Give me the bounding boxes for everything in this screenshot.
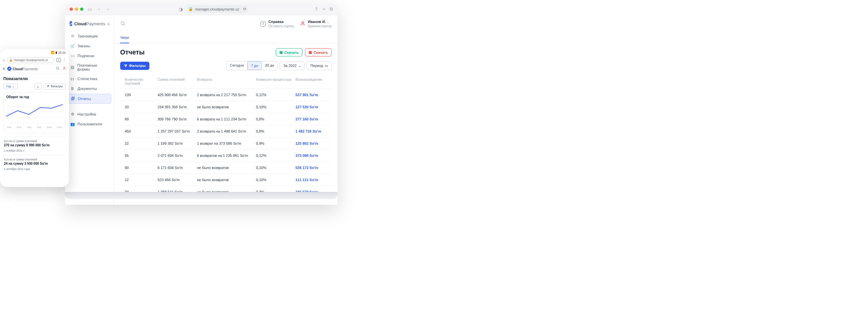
phone-filters-button[interactable]: ⧩Фильтры [44, 83, 66, 90]
phone-url-bar: ⌂ 🔒 manager.cloudpayments.uz 1 ⋮ [0, 56, 69, 64]
download-label: Скачать [284, 51, 299, 55]
reports-table: Количество платежей Сумма платежей Возвр… [114, 74, 338, 205]
download-pdf-button[interactable]: ▦Скачать [305, 48, 332, 57]
sidebar-toggle-icon[interactable]: ▭ [87, 6, 93, 12]
user-icon[interactable] [62, 66, 66, 71]
list-item-date: 1 ноября 2021 г. [4, 149, 65, 152]
table-row[interactable]: 33234 991 358 So'mне было возвратов0,10%… [120, 101, 332, 113]
back-icon[interactable]: ‹ [96, 6, 102, 12]
pdf-icon: ▦ [309, 50, 312, 55]
calendar-icon: ▭ [325, 64, 328, 68]
sidebar-item-transactions[interactable]: ⟲Транзакции [68, 32, 111, 41]
new-tab-icon[interactable]: ＋ [322, 6, 326, 12]
list-item[interactable]: Кол-во и сумма платежей24 на сумму 3 500… [3, 155, 66, 173]
range-7d[interactable]: 7 дн [248, 61, 262, 70]
search-icon[interactable] [120, 21, 125, 27]
cell-reward[interactable]: 537 901 So'm [296, 93, 327, 97]
close-window-icon[interactable] [70, 7, 73, 11]
tabs-count-icon[interactable]: 1 [57, 58, 61, 62]
battery-icon: ▮ [56, 51, 57, 54]
cell-sum: 234 991 358 So'm [158, 105, 194, 109]
refresh-icon: ⟲ [70, 34, 75, 38]
phone-chart-card: Оборот за год ЯнвФевМарАпрМайИюн [3, 92, 66, 133]
user-menu[interactable]: Иванов И.⌄ Администратор [300, 20, 332, 28]
phone-brand[interactable]: ⇗ CloudPayments [7, 67, 38, 71]
sidebar-item-reports[interactable]: 🗐Отчеты [68, 94, 111, 104]
window-controls[interactable] [70, 7, 83, 11]
cell-reward[interactable]: 277 160 So'm [296, 117, 327, 121]
range-year-select[interactable]: За 2022⌄ [280, 61, 305, 70]
menu-icon[interactable]: ≡ [3, 66, 5, 71]
table-row[interactable]: 906 171 604 So'mне было возвратов0,10%53… [120, 162, 332, 174]
cell-reward[interactable]: 373 086 So'm [296, 154, 327, 158]
sidebar-item-payment-forms[interactable]: ▤Платежные формы [68, 61, 111, 73]
sidebar-item-statistics[interactable]: ⫿⫿Статистика [68, 74, 111, 83]
period-label: Период [310, 64, 323, 68]
filters-button[interactable]: ⧩Фильтры [120, 62, 149, 70]
cell-commission: 0,10% [256, 105, 292, 109]
cell-sum: 308 766 790 So'm [158, 117, 194, 121]
sidebar-item-subscriptions[interactable]: ▭Подписки [68, 51, 111, 60]
range-period-button[interactable]: Период▭ [307, 61, 332, 70]
forward-icon[interactable]: › [105, 6, 111, 12]
share-icon[interactable]: ⇪ [314, 6, 318, 12]
spreadsheet-icon: ▦ [279, 50, 283, 55]
svg-line-4 [58, 69, 59, 70]
cell-reward[interactable]: 536 172 So'm [296, 166, 327, 170]
range-30d[interactable]: 30 дн [262, 61, 277, 70]
table-row[interactable]: 221 199 382 So'm1 возврат на 373 086 So'… [120, 137, 332, 149]
signal-icon: 📶 [51, 51, 55, 54]
help-link[interactable]: ? Справка Оставить оценку [260, 20, 294, 28]
cell-reward[interactable]: 111 111 So'm [296, 178, 327, 182]
logo-mark-icon: ⇗ [7, 67, 11, 71]
minimize-window-icon[interactable] [75, 7, 78, 11]
download-xls-button[interactable]: ▦Скачать [276, 48, 302, 57]
chevron-down-icon: ⌄ [327, 20, 329, 24]
lock-icon: 🔒 [188, 7, 193, 11]
cell-count: 450 [125, 129, 154, 133]
table-row[interactable]: 552 071 604 So'm6 возвратов на 1 235 061… [120, 149, 332, 162]
list-item-label: Кол-во и сумма платежей [4, 139, 65, 143]
main-content: ? Справка Оставить оценку Иванов И.⌄ Адм… [114, 15, 338, 205]
brand-logo[interactable]: ⇗ CloudPayments « [68, 19, 111, 31]
table-row[interactable]: 12523 456 So'mне было возвратов0,10%111 … [120, 174, 332, 186]
maximize-window-icon[interactable] [80, 7, 83, 11]
sidebar: ⇗ CloudPayments « ⟲Транзакции 🛒Заказы ▭П… [65, 15, 114, 205]
phone-chart-title: Оборот за год [6, 95, 63, 99]
sidebar-item-documents[interactable]: 🗎Документы [68, 84, 111, 93]
cell-count: 12 [125, 178, 154, 182]
cell-reward[interactable]: 127 530 So'm [296, 105, 327, 109]
cell-reward[interactable]: 1 482 716 So'm [296, 129, 327, 133]
range-today[interactable]: Сегодня [226, 61, 247, 70]
reload-icon[interactable]: ⟳ [243, 7, 246, 11]
sidebar-item-users[interactable]: 👥Пользователи [68, 120, 111, 129]
more-icon[interactable]: ⋮ [63, 58, 66, 62]
collapse-sidebar-icon[interactable]: « [107, 21, 110, 26]
sidebar-item-orders[interactable]: 🛒Заказы [68, 41, 111, 51]
table-row[interactable]: 139425 908 456 So'm2 возврата на 2 217 7… [120, 89, 332, 101]
phone-url-text: manager.cloudpayments.uz [14, 58, 48, 62]
phone-year-select[interactable]: Год⌄ [3, 83, 18, 89]
toolbar: ⧩Фильтры Сегодня 7 дн 30 дн За 2022⌄ Пер… [114, 60, 338, 74]
phone-download-button[interactable]: ⭳ [34, 83, 42, 90]
phone-address-bar[interactable]: 🔒 manager.cloudpayments.uz [7, 57, 55, 63]
address-bar[interactable]: 🔒 manager.cloudpayments.uz ⟳ [187, 5, 248, 13]
home-icon[interactable]: ⌂ [3, 58, 5, 62]
list-item[interactable]: Кол-во и сумма платежей270 на сумму 8 99… [3, 136, 66, 155]
sidebar-item-settings[interactable]: ⚙Настройка [68, 110, 111, 119]
cell-reward[interactable]: 125 802 So'm [296, 141, 327, 145]
table-row[interactable]: 4501 257 297 037 So'm2 возврата на 1 498… [120, 125, 332, 137]
search-icon[interactable] [56, 66, 60, 71]
tab-receipts[interactable]: Чеки [120, 33, 129, 43]
tabs-icon[interactable]: ⧉ [330, 6, 333, 12]
cell-refunds: 2 возврата на 2 217 755 So'm [197, 93, 253, 97]
phone-status-bar: 📶 ▮ 11:11 [0, 49, 69, 56]
table-row[interactable]: 89308 766 790 So'm6 возврата на 1 111 23… [120, 113, 332, 125]
shield-icon[interactable]: ◑ [178, 6, 184, 12]
app-root: ⇗ CloudPayments « ⟲Транзакции 🛒Заказы ▭П… [65, 15, 338, 205]
cell-count: 55 [125, 154, 154, 158]
users-icon: 👥 [70, 122, 75, 126]
date-range-segmented: Сегодня 7 дн 30 дн [226, 61, 278, 70]
cell-refunds: 6 возврата на 1 111 234 So'm [197, 117, 253, 121]
cell-sum: 6 171 604 So'm [158, 166, 194, 170]
